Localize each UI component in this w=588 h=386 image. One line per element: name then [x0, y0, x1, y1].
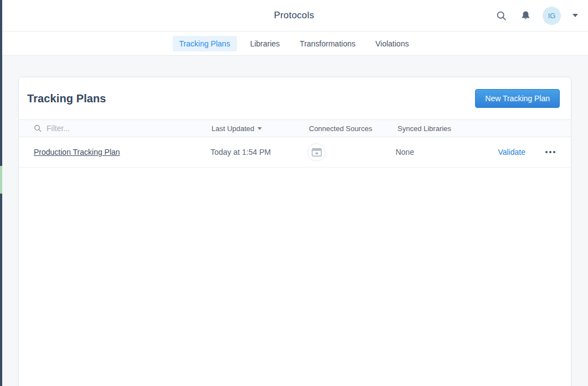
last-updated-value: Today at 1:54 PM	[210, 148, 271, 157]
validate-link[interactable]: Validate	[498, 148, 525, 157]
avatar[interactable]: IG	[543, 7, 561, 25]
card-header: Tracking Plans New Tracking Plan	[19, 77, 571, 119]
tab-violations[interactable]: Violations	[369, 36, 415, 51]
chevron-down-icon	[572, 14, 578, 17]
bell-icon	[520, 11, 531, 21]
filter-input[interactable]	[47, 124, 212, 133]
overflow-menu-button[interactable]	[544, 148, 556, 157]
tab-libraries[interactable]: Libraries	[244, 36, 287, 51]
dot	[549, 151, 551, 153]
tab-tracking-plans[interactable]: Tracking Plans	[173, 36, 237, 51]
table-row: Production Tracking Plan Today at 1:54 P…	[19, 137, 571, 168]
filter-search-icon	[34, 124, 42, 132]
tab-transformations[interactable]: Transformations	[293, 36, 362, 51]
filter-cell	[19, 124, 212, 133]
last-updated-cell: Today at 1:54 PM	[210, 148, 307, 157]
header-actions: IG	[494, 0, 580, 31]
main-content: Tracking Plans New Tracking Plan Last Up…	[2, 56, 588, 386]
tracking-plans-card: Tracking Plans New Tracking Plan Last Up…	[18, 77, 571, 386]
new-tracking-plan-button[interactable]: New Tracking Plan	[475, 89, 560, 108]
account-menu-button[interactable]	[570, 12, 580, 19]
app-header: Protocols IG	[0, 0, 588, 32]
page-title: Protocols	[274, 10, 314, 21]
search-icon	[496, 11, 507, 21]
column-label: Connected Sources	[309, 124, 372, 133]
connected-sources-cell	[307, 143, 395, 161]
notifications-button[interactable]	[518, 8, 533, 23]
column-label: Last Updated	[212, 124, 254, 133]
background-sidebar-sliver	[0, 0, 2, 386]
search-button[interactable]	[494, 8, 509, 23]
background-sidebar-green-segment	[0, 166, 2, 194]
sort-caret-down-icon	[257, 127, 262, 130]
synced-libraries-value: None	[395, 148, 414, 157]
column-header-connected-sources: Connected Sources	[309, 124, 398, 133]
synced-libraries-cell: None	[395, 148, 498, 157]
plan-name-cell: Production Tracking Plan	[19, 148, 210, 157]
javascript-source-icon[interactable]	[307, 143, 326, 161]
table-header-row: Last Updated Connected Sources Synced Li…	[19, 119, 571, 137]
column-label: Synced Libraries	[398, 124, 451, 133]
dot	[545, 151, 548, 153]
column-header-synced-libraries: Synced Libraries	[398, 124, 501, 133]
tab-bar: Tracking Plans Libraries Transformations…	[0, 32, 588, 56]
row-actions-cell: Validate	[498, 148, 571, 157]
card-title: Tracking Plans	[27, 92, 106, 105]
column-header-last-updated[interactable]: Last Updated	[212, 124, 309, 133]
dot	[553, 151, 555, 153]
tracking-plan-link[interactable]: Production Tracking Plan	[34, 148, 120, 157]
